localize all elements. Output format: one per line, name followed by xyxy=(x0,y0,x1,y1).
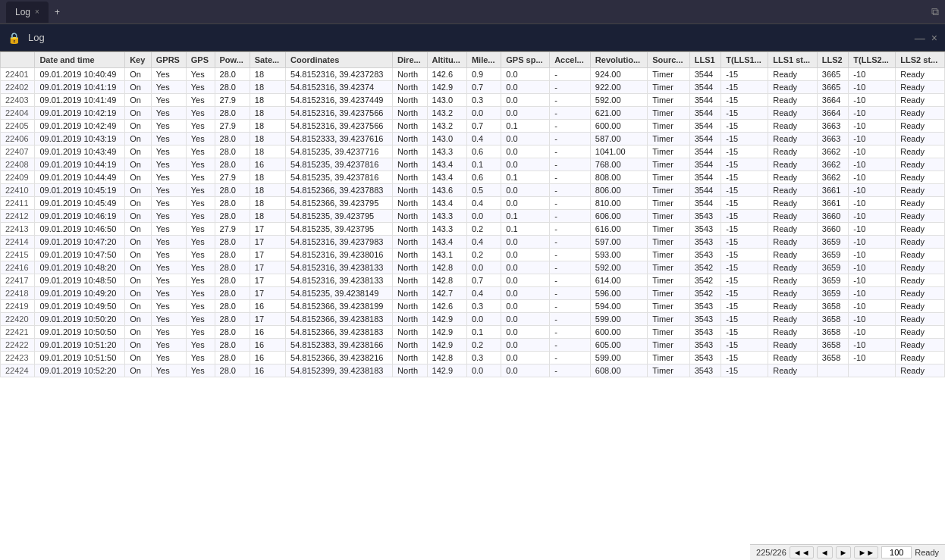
col-sate[interactable]: Sate... xyxy=(250,52,285,68)
table-row[interactable]: 2241209.01.2019 10:46:19OnYesYes28.01854… xyxy=(1,210,945,223)
table-cell: - xyxy=(550,287,591,300)
table-cell: On xyxy=(125,261,152,274)
table-row[interactable]: 2241709.01.2019 10:48:50OnYesYes28.01754… xyxy=(1,274,945,287)
col-altitu[interactable]: Altitu... xyxy=(427,52,466,68)
table-cell: North xyxy=(393,326,427,339)
close-icon[interactable]: × xyxy=(931,32,937,44)
table-row[interactable]: 2241509.01.2019 10:47:50OnYesYes28.01754… xyxy=(1,249,945,261)
table-cell: Yes xyxy=(186,287,215,300)
per-page-input[interactable] xyxy=(881,546,912,558)
col-lls2[interactable]: LLS2 xyxy=(817,52,849,68)
table-row[interactable]: 2241609.01.2019 10:48:20OnYesYes28.01754… xyxy=(1,261,945,274)
table-cell: 27.9 xyxy=(215,94,250,107)
table-cell: On xyxy=(125,171,152,184)
col-lls2st[interactable]: LLS2 st... xyxy=(896,52,945,68)
table-cell: 142.9 xyxy=(427,81,466,94)
table-row[interactable]: 2242209.01.2019 10:51:20OnYesYes28.01654… xyxy=(1,339,945,352)
table-row[interactable]: 2242409.01.2019 10:52:20OnYesYes28.01654… xyxy=(1,364,945,377)
col-power[interactable]: Pow... xyxy=(215,52,250,68)
table-row[interactable]: 2240909.01.2019 10:44:49OnYesYes27.91854… xyxy=(1,171,945,184)
table-cell: 0.4 xyxy=(466,197,501,210)
table-cell: 3543 xyxy=(689,352,721,364)
table-cell: 3659 xyxy=(817,287,849,300)
table-cell: 54.815235, 39.423795 xyxy=(286,223,393,236)
table-cell: 0.0 xyxy=(501,197,550,210)
table-cell: Timer xyxy=(648,171,690,184)
log-tab[interactable]: Log × xyxy=(6,2,49,23)
table-cell: Timer xyxy=(648,326,690,339)
col-tlls2[interactable]: T(LLS2... xyxy=(849,52,896,68)
table-cell: 143.4 xyxy=(427,197,466,210)
table-row[interactable]: 2240209.01.2019 10:41:19OnYesYes28.01854… xyxy=(1,81,945,94)
col-gpsspeed[interactable]: GPS sp... xyxy=(501,52,550,68)
table-cell: Timer xyxy=(648,249,690,261)
table-cell: -10 xyxy=(849,210,896,223)
table-cell: - xyxy=(550,339,591,352)
table-cell: 3543 xyxy=(689,364,721,377)
table-cell: -10 xyxy=(849,94,896,107)
table-row[interactable]: 2240809.01.2019 10:44:19OnYesYes28.01654… xyxy=(1,158,945,171)
table-cell: 594.00 xyxy=(590,300,647,313)
col-dire[interactable]: Dire... xyxy=(393,52,427,68)
col-mile[interactable]: Mile... xyxy=(466,52,501,68)
table-row[interactable]: 2242109.01.2019 10:50:50OnYesYes28.01654… xyxy=(1,326,945,339)
col-accel[interactable]: Accel... xyxy=(550,52,591,68)
table-cell: -10 xyxy=(849,145,896,158)
table-cell: -10 xyxy=(849,223,896,236)
table-cell: -15 xyxy=(721,68,768,81)
col-source[interactable]: Sourc... xyxy=(648,52,690,68)
log-table: Date and time Key GPRS GPS Pow... Sate..… xyxy=(0,52,945,377)
table-row[interactable]: 2242309.01.2019 10:51:50OnYesYes28.01654… xyxy=(1,352,945,364)
table-row[interactable]: 2240509.01.2019 10:42:49OnYesYes27.91854… xyxy=(1,120,945,133)
table-cell: 09.01.2019 10:48:20 xyxy=(35,261,125,274)
table-row[interactable]: 2242009.01.2019 10:50:20OnYesYes28.01754… xyxy=(1,313,945,326)
table-cell: 3659 xyxy=(817,274,849,287)
table-cell: 3658 xyxy=(817,313,849,326)
table-cell: 3544 xyxy=(689,94,721,107)
minimize-icon[interactable]: — xyxy=(915,32,925,44)
col-gps[interactable]: GPS xyxy=(186,52,215,68)
table-cell: On xyxy=(125,236,152,249)
tab-close-icon[interactable]: × xyxy=(35,8,39,16)
table-cell: 22418 xyxy=(1,287,35,300)
table-row[interactable]: 2241109.01.2019 10:45:49OnYesYes28.01854… xyxy=(1,197,945,210)
table-cell: Yes xyxy=(186,274,215,287)
table-cell: 54.8152316, 39.4238016 xyxy=(286,249,393,261)
table-cell: 22414 xyxy=(1,236,35,249)
prev-page-button[interactable]: ◄ xyxy=(817,546,833,558)
col-tlls1[interactable]: T(LLS1... xyxy=(721,52,768,68)
first-page-button[interactable]: ◄◄ xyxy=(790,546,814,558)
table-row[interactable]: 2241409.01.2019 10:47:20OnYesYes28.01754… xyxy=(1,236,945,249)
col-revolut[interactable]: Revolutio... xyxy=(590,52,647,68)
table-row[interactable]: 2240309.01.2019 10:41:49OnYesYes27.91854… xyxy=(1,94,945,107)
col-key[interactable]: Key xyxy=(125,52,152,68)
col-lls1[interactable]: LLS1 xyxy=(689,52,721,68)
table-cell: 17 xyxy=(250,249,285,261)
table-row[interactable]: 2240109.01.2019 10:40:49OnYesYes28.01854… xyxy=(1,68,945,81)
table-row[interactable]: 2241909.01.2019 10:49:50OnYesYes28.01654… xyxy=(1,300,945,313)
next-page-button[interactable]: ► xyxy=(836,546,852,558)
col-lls1st[interactable]: LLS1 st... xyxy=(768,52,818,68)
data-table-container[interactable]: Date and time Key GPRS GPS Pow... Sate..… xyxy=(0,52,945,560)
table-row[interactable]: 2240709.01.2019 10:43:49OnYesYes28.01854… xyxy=(1,145,945,158)
table-row[interactable]: 2240409.01.2019 10:42:19OnYesYes28.01854… xyxy=(1,107,945,120)
table-row[interactable]: 2241809.01.2019 10:49:20OnYesYes28.01754… xyxy=(1,287,945,300)
new-tab-icon[interactable]: + xyxy=(55,7,60,17)
table-cell: 142.9 xyxy=(427,339,466,352)
table-cell: Yes xyxy=(151,300,186,313)
table-cell: 0.4 xyxy=(466,236,501,249)
table-cell: 22410 xyxy=(1,184,35,197)
table-cell: - xyxy=(550,68,591,81)
table-cell: 22407 xyxy=(1,145,35,158)
col-coordinates[interactable]: Coordinates xyxy=(286,52,393,68)
window-icon[interactable]: ⧉ xyxy=(931,5,939,18)
table-row[interactable]: 2241009.01.2019 10:45:19OnYesYes28.01854… xyxy=(1,184,945,197)
table-cell: On xyxy=(125,68,152,81)
last-page-button[interactable]: ►► xyxy=(854,546,878,558)
table-cell: On xyxy=(125,287,152,300)
col-datetime[interactable]: Date and time xyxy=(35,52,125,68)
table-row[interactable]: 2240609.01.2019 10:43:19OnYesYes28.01854… xyxy=(1,133,945,145)
table-row[interactable]: 2241309.01.2019 10:46:50OnYesYes27.91754… xyxy=(1,223,945,236)
col-gprs[interactable]: GPRS xyxy=(151,52,186,68)
table-cell: North xyxy=(393,81,427,94)
